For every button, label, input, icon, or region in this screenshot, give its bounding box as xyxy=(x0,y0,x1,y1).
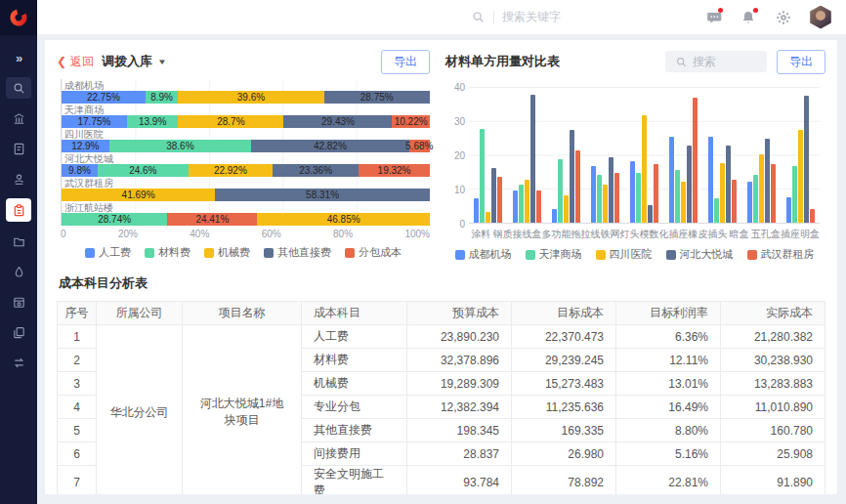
cell-budget: 198.345 xyxy=(407,419,512,442)
cell-index: 6 xyxy=(58,442,97,466)
legend-item[interactable]: 成都机场 xyxy=(455,247,512,262)
cell-target: 29,239.245 xyxy=(512,349,616,372)
legend-label: 河北大悦城 xyxy=(680,247,734,262)
legend-label: 机械费 xyxy=(218,245,250,260)
droplet-icon xyxy=(12,265,26,279)
bar-category-label: 成都机场 xyxy=(62,80,430,91)
legend-item[interactable]: 材料费 xyxy=(145,245,190,260)
bar xyxy=(714,198,719,223)
sidebar-item-search[interactable] xyxy=(6,77,31,99)
sidebar-item-files[interactable] xyxy=(6,231,31,252)
table-header-cell: 项目名称 xyxy=(183,302,302,325)
cost-subject-table: 序号所属公司项目名称成本科目预算成本目标成本目标利润率实际成本 1华北分公司河北… xyxy=(57,301,825,494)
document-edit-icon xyxy=(12,142,26,156)
cell-subject: 专业分包 xyxy=(302,396,407,419)
bar xyxy=(480,129,485,223)
left-chart-title: 调拨入库 xyxy=(102,53,152,70)
legend-item[interactable]: 河北大悦城 xyxy=(666,247,734,262)
table-title: 成本科目分析表 xyxy=(59,274,825,292)
cell-actual: 160.780 xyxy=(721,419,825,442)
sidebar-item-users[interactable] xyxy=(6,168,31,189)
chart-search-input[interactable]: 搜索 xyxy=(665,51,767,72)
sidebar-item-cost-active[interactable] xyxy=(6,198,31,222)
cell-margin: 12.11% xyxy=(616,349,721,372)
cell-index: 2 xyxy=(58,349,97,372)
sidebar-item-copies[interactable] xyxy=(6,321,31,343)
cell-actual: 11,010.890 xyxy=(721,396,825,419)
global-search[interactable]: 搜索关键字 xyxy=(471,9,561,25)
divider xyxy=(493,11,494,24)
bar-segment: 58.31% xyxy=(215,189,430,201)
legend-item[interactable]: 其他直接费 xyxy=(264,245,331,260)
legend-label: 天津商场 xyxy=(539,247,582,262)
left-chart-legend: 人工费材料费机械费其他直接费分包成本 xyxy=(57,245,430,260)
bar xyxy=(732,180,737,223)
sidebar-item-company[interactable] xyxy=(6,107,31,129)
messages-button[interactable] xyxy=(703,8,723,27)
sidebar-expand-button[interactable]: » xyxy=(6,47,31,68)
bar-segment: 24.6% xyxy=(98,164,189,177)
cell-target: 169.335 xyxy=(512,419,616,442)
back-label: 返回 xyxy=(70,54,94,70)
legend-item[interactable]: 武汉群租房 xyxy=(747,247,815,262)
stacked-bar-row: 河北大悦城9.8%24.6%22.92%23.36%19.32% xyxy=(62,153,430,177)
logo-c-icon xyxy=(9,8,28,27)
table-header-cell: 序号 xyxy=(58,302,97,325)
stacked-bar-chart: 成都机场22.75%8.9%39.6%28.75%天津商场17.75%13.9%… xyxy=(61,79,430,226)
bar xyxy=(708,137,713,223)
bar xyxy=(654,164,658,223)
axis-tick-label: 插座明盒 xyxy=(781,228,820,241)
calendar-icon xyxy=(12,295,26,310)
cell-budget: 32,378.896 xyxy=(407,349,512,372)
sidebar-item-documents[interactable] xyxy=(6,138,31,159)
cell-index: 7 xyxy=(58,466,97,495)
bar xyxy=(552,209,557,223)
search-icon xyxy=(471,10,486,24)
legend-item[interactable]: 机械费 xyxy=(204,245,250,260)
legend-item[interactable]: 人工费 xyxy=(85,245,131,260)
bar-segment: 42.82% xyxy=(251,140,408,152)
bar xyxy=(558,159,563,223)
axis-tick-label: 五孔盒 xyxy=(751,228,781,241)
bar-group xyxy=(547,87,586,223)
export-button-right[interactable]: 导出 xyxy=(777,50,825,74)
sidebar-item-schedule[interactable] xyxy=(6,291,31,313)
cell-subject: 其他直接费 xyxy=(302,419,407,442)
user-avatar[interactable] xyxy=(809,6,832,29)
search-icon xyxy=(675,56,688,68)
axis-tick-label: 暗盒 xyxy=(728,228,752,241)
legend-swatch xyxy=(666,250,676,260)
legend-swatch xyxy=(85,248,95,258)
cell-subject: 间接费用 xyxy=(302,442,407,466)
cell-subject: 安全文明施工费 xyxy=(302,466,407,495)
sidebar-item-materials[interactable] xyxy=(6,261,31,282)
legend-item[interactable]: 分包成本 xyxy=(345,245,402,260)
bar-group xyxy=(469,87,508,223)
material-usage-panel: 材料单方用量对比表 搜索 导出 010203040 涂料 xyxy=(444,50,825,262)
bar xyxy=(720,163,725,223)
legend-item[interactable]: 天津商场 xyxy=(526,247,582,262)
cell-budget: 23,890.230 xyxy=(407,325,512,349)
bar xyxy=(519,185,524,223)
settings-button[interactable] xyxy=(774,8,793,27)
back-button[interactable]: ❮ 返回 xyxy=(57,54,94,70)
export-button-left[interactable]: 导出 xyxy=(381,50,430,74)
chevron-down-icon[interactable]: ▼ xyxy=(157,58,167,66)
cell-actual: 13,283.883 xyxy=(721,372,825,396)
user-icon xyxy=(12,172,26,187)
table-header-cell: 预算成本 xyxy=(407,302,512,325)
cell-subject: 人工费 xyxy=(302,325,407,349)
notifications-button[interactable] xyxy=(739,8,758,27)
axis-tick-label: 60% xyxy=(262,229,281,239)
sidebar-item-transfer[interactable] xyxy=(6,352,31,373)
grouped-bar-chart: 010203040 xyxy=(469,87,820,224)
legend-item[interactable]: 四川医院 xyxy=(596,247,653,262)
bar-category-label: 天津商场 xyxy=(62,105,430,115)
legend-label: 武汉群租房 xyxy=(761,247,815,262)
bar xyxy=(675,170,680,223)
bar xyxy=(597,175,602,223)
app-logo[interactable] xyxy=(0,0,37,35)
bar-segment: 39.6% xyxy=(178,91,323,104)
bar-segment: 9.8% xyxy=(62,164,98,177)
stacked-bar-row: 武汉群租房41.69%58.31% xyxy=(62,178,430,201)
